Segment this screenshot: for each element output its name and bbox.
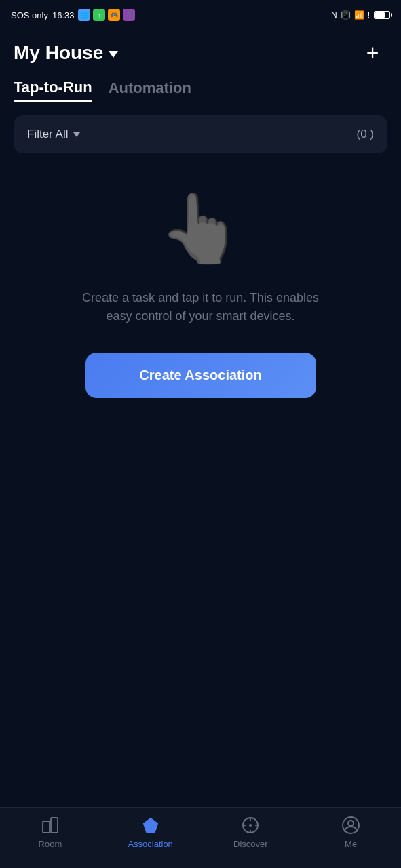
svg-point-4 bbox=[249, 824, 252, 827]
alert-icon: ! bbox=[368, 10, 370, 20]
header: My House + bbox=[0, 30, 401, 79]
house-dropdown-arrow bbox=[109, 51, 118, 58]
status-app-icons: 🌐 ↑ 🎮 🎵 bbox=[78, 9, 135, 21]
wifi-icon: 📶 bbox=[354, 10, 364, 20]
filter-label: Filter All bbox=[27, 127, 68, 141]
svg-rect-0 bbox=[43, 821, 50, 833]
tab-tap-to-run[interactable]: Tap-to-Run bbox=[14, 79, 92, 102]
filter-dropdown[interactable]: Filter All bbox=[27, 127, 80, 141]
nav-label-me: Me bbox=[345, 839, 357, 849]
house-title[interactable]: My House bbox=[14, 42, 118, 64]
nav-label-discover: Discover bbox=[233, 839, 268, 849]
room-icon bbox=[41, 816, 60, 835]
house-name: My House bbox=[14, 42, 103, 64]
status-bar: SOS only 16:33 🌐 ↑ 🎮 🎵 N 📳 📶 ! bbox=[0, 0, 401, 30]
tabs: Tap-to-Run Automation bbox=[0, 79, 401, 102]
filter-dropdown-arrow bbox=[73, 132, 80, 137]
association-icon bbox=[141, 816, 160, 835]
status-right: N 📳 📶 ! bbox=[331, 10, 390, 20]
app-icon-1: 🌐 bbox=[78, 9, 90, 21]
filter-count: (0 ) bbox=[357, 127, 375, 141]
empty-state: 👆 Create a task and tap it to run. This … bbox=[0, 153, 401, 425]
add-icon: + bbox=[366, 42, 379, 64]
app-icon-3: 🎮 bbox=[108, 9, 120, 21]
tap-icon: 👆 bbox=[158, 194, 243, 262]
time: 16:33 bbox=[52, 10, 75, 20]
connectivity-icons: N 📳 📶 ! bbox=[331, 10, 370, 20]
empty-description: Create a task and tap it to run. This en… bbox=[72, 289, 330, 326]
nav-label-association: Association bbox=[128, 839, 172, 849]
svg-point-10 bbox=[348, 821, 354, 826]
content-area: My House + Tap-to-Run Automation Filter … bbox=[0, 30, 401, 807]
discover-icon bbox=[241, 816, 260, 835]
create-association-button[interactable]: Create Association bbox=[85, 353, 316, 398]
nfc-icon: N bbox=[331, 10, 337, 20]
battery-fill bbox=[375, 12, 385, 18]
battery-icon bbox=[374, 11, 390, 19]
me-icon bbox=[341, 816, 360, 835]
add-button[interactable]: + bbox=[358, 38, 387, 68]
tab-automation[interactable]: Automation bbox=[109, 79, 191, 101]
app-icon-4: 🎵 bbox=[123, 9, 135, 21]
svg-rect-1 bbox=[51, 818, 58, 833]
nav-item-discover[interactable]: Discover bbox=[201, 816, 301, 849]
vibrate-icon: 📳 bbox=[341, 10, 351, 20]
sos-label: SOS only bbox=[11, 10, 48, 20]
nav-item-room[interactable]: Room bbox=[0, 816, 100, 849]
app-icon-2: ↑ bbox=[93, 9, 105, 21]
svg-marker-2 bbox=[142, 818, 157, 833]
nav-item-association[interactable]: Association bbox=[100, 816, 201, 849]
filter-bar: Filter All (0 ) bbox=[14, 115, 387, 153]
nav-label-room: Room bbox=[39, 839, 62, 849]
status-left: SOS only 16:33 🌐 ↑ 🎮 🎵 bbox=[11, 9, 135, 21]
nav-item-me[interactable]: Me bbox=[301, 816, 401, 849]
bottom-nav: Room Association Discover bbox=[0, 807, 401, 868]
